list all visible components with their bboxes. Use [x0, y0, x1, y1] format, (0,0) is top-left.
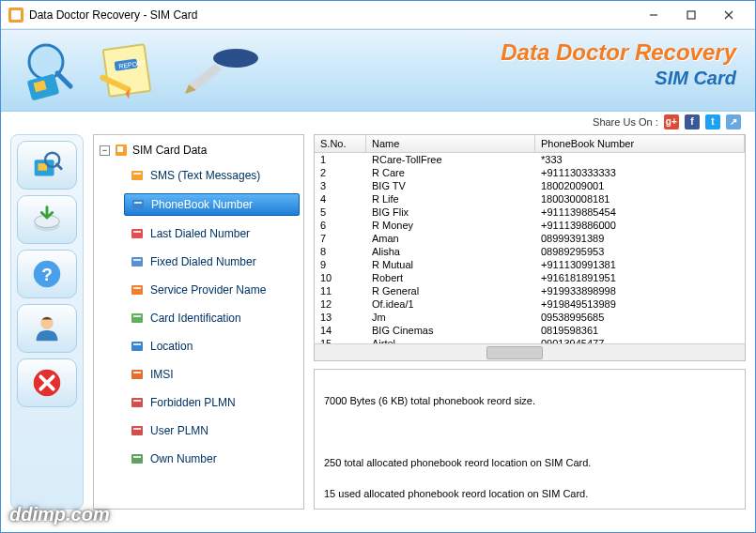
- tree-item-icon: [130, 254, 145, 269]
- tree-item-last-dialed-number[interactable]: Last Dialed Number: [124, 223, 300, 244]
- tree-item-icon: [130, 311, 145, 326]
- minimize-button[interactable]: [635, 2, 672, 28]
- cell-number: +911130333333: [535, 166, 745, 179]
- tree-item-sms-text-messages-[interactable]: SMS (Text Messages): [124, 165, 300, 186]
- close-button[interactable]: [710, 2, 748, 28]
- table-row[interactable]: 10Robert+916181891951: [315, 271, 745, 284]
- col-header-number[interactable]: PhoneBook Number: [535, 135, 745, 152]
- col-header-name[interactable]: Name: [366, 135, 535, 152]
- grid-body[interactable]: 1RCare-TollFree*3332R Care+9111303333333…: [315, 153, 745, 343]
- svg-rect-38: [133, 259, 141, 261]
- share-more-icon[interactable]: ↗: [726, 114, 741, 129]
- svg-rect-34: [134, 202, 142, 204]
- cell-number: 18002009001: [535, 179, 745, 192]
- cell-name: R Life: [366, 192, 535, 206]
- tree-item-label: IMSI: [150, 368, 174, 381]
- twitter-icon[interactable]: t: [705, 114, 720, 129]
- share-bar: Share Us On : g+ f t ↗: [1, 112, 755, 134]
- detail-line: 15 used allocated phonebook reord locati…: [324, 486, 735, 502]
- svg-rect-1: [11, 10, 21, 20]
- window-title: Data Doctor Recovery - SIM Card: [29, 8, 635, 22]
- svg-rect-42: [133, 315, 141, 317]
- cell-name: BIG Cinemas: [366, 324, 535, 337]
- facebook-icon[interactable]: f: [685, 114, 700, 129]
- tree-root[interactable]: − SIM Card Data: [98, 141, 300, 160]
- table-row[interactable]: 9R Mutual+911130991381: [315, 258, 745, 271]
- maximize-button[interactable]: [672, 2, 710, 28]
- cell-number: +911130991381: [535, 258, 745, 271]
- cell-name: BIG TV: [366, 179, 535, 192]
- cell-number: +919849513989: [535, 297, 745, 311]
- cell-number: 08989295953: [535, 245, 745, 258]
- detail-line: 7000 Bytes (6 KB) total phonebook reord …: [324, 393, 735, 409]
- phonebook-grid: S.No. Name PhoneBook Number 1RCare-TollF…: [314, 134, 746, 361]
- svg-line-7: [57, 73, 70, 86]
- tree-item-label: Location: [150, 340, 193, 353]
- tree-item-forbidden-plmn[interactable]: Forbidden PLMN: [124, 392, 300, 413]
- svg-rect-44: [133, 343, 141, 345]
- table-row[interactable]: 13Jm09538995685: [315, 311, 745, 324]
- tree-item-own-number[interactable]: Own Number: [124, 449, 300, 469]
- table-row[interactable]: 4R Life180030008181: [315, 192, 745, 206]
- table-row[interactable]: 15Airtel09013945477: [315, 337, 745, 343]
- tree-item-label: Forbidden PLMN: [150, 396, 236, 409]
- table-row[interactable]: 5BIG Flix+911139885454: [315, 206, 745, 219]
- toolbar-sidebar: ?: [10, 134, 84, 510]
- tree-item-phonebook-number[interactable]: PhoneBook Number: [124, 193, 300, 216]
- table-row[interactable]: 2R Care+911130333333: [315, 166, 745, 179]
- tree-item-label: Own Number: [150, 452, 217, 465]
- svg-rect-3: [687, 11, 695, 19]
- table-row[interactable]: 8Alisha08989295953: [315, 245, 745, 258]
- svg-rect-48: [133, 400, 141, 402]
- tree-item-icon: [130, 367, 145, 382]
- user-button[interactable]: [17, 304, 77, 353]
- scrollbar-thumb[interactable]: [486, 346, 543, 359]
- table-row[interactable]: 7Aman08999391389: [315, 232, 745, 245]
- tree-item-card-identification[interactable]: Card Identification: [124, 308, 300, 328]
- svg-rect-47: [131, 398, 143, 407]
- cell-name: Robert: [366, 271, 535, 284]
- cell-sno: 7: [315, 232, 366, 245]
- tree-item-imsi[interactable]: IMSI: [124, 364, 300, 385]
- help-button[interactable]: ?: [17, 250, 77, 298]
- table-row[interactable]: 3BIG TV18002009001: [315, 179, 745, 192]
- cell-sno: 9: [315, 258, 366, 271]
- svg-rect-41: [131, 313, 143, 323]
- cell-sno: 12: [315, 297, 366, 311]
- googleplus-icon[interactable]: g+: [664, 114, 679, 129]
- tree-item-label: PhoneBook Number: [151, 198, 253, 211]
- app-icon: [8, 8, 23, 23]
- exit-button[interactable]: [17, 358, 77, 407]
- cell-number: +916181891951: [535, 271, 745, 284]
- tree-item-location[interactable]: Location: [124, 336, 300, 357]
- cell-name: Alisha: [366, 245, 535, 258]
- svg-rect-31: [131, 171, 143, 180]
- cell-name: R General: [366, 284, 535, 297]
- tree-root-label: SIM Card Data: [132, 144, 207, 157]
- tree-item-icon: [130, 423, 145, 438]
- tree-item-label: Last Dialed Number: [150, 227, 250, 240]
- col-header-sno[interactable]: S.No.: [315, 135, 366, 152]
- table-row[interactable]: 6R Money+911139886000: [315, 219, 745, 232]
- table-row[interactable]: 11R General+919933898998: [315, 284, 745, 297]
- table-row[interactable]: 12Of.idea/1+919849513989: [315, 297, 745, 311]
- grid-header: S.No. Name PhoneBook Number: [315, 135, 745, 153]
- table-row[interactable]: 14BIG Cinemas0819598361: [315, 324, 745, 337]
- tree-item-user-plmn[interactable]: User PLMN: [124, 420, 300, 441]
- save-button[interactable]: [17, 195, 77, 244]
- cell-name: R Money: [366, 219, 535, 232]
- tree-item-fixed-dialed-number[interactable]: Fixed Dialed Number: [124, 251, 300, 272]
- cell-sno: 15: [315, 337, 366, 343]
- cell-name: Jm: [366, 311, 535, 324]
- svg-rect-30: [117, 146, 123, 152]
- tree-item-icon: [131, 197, 146, 212]
- horizontal-scrollbar[interactable]: [315, 343, 745, 360]
- tree-item-service-provider-name[interactable]: Service Provider Name: [124, 280, 300, 300]
- tree-collapse-icon[interactable]: −: [100, 145, 110, 156]
- watermark: ddimp.com: [9, 504, 110, 525]
- svg-rect-50: [133, 428, 141, 430]
- cell-number: +911139885454: [535, 206, 745, 219]
- table-row[interactable]: 1RCare-TollFree*333: [315, 153, 745, 166]
- search-sim-button[interactable]: [17, 141, 77, 190]
- cell-name: RCare-TollFree: [366, 153, 535, 166]
